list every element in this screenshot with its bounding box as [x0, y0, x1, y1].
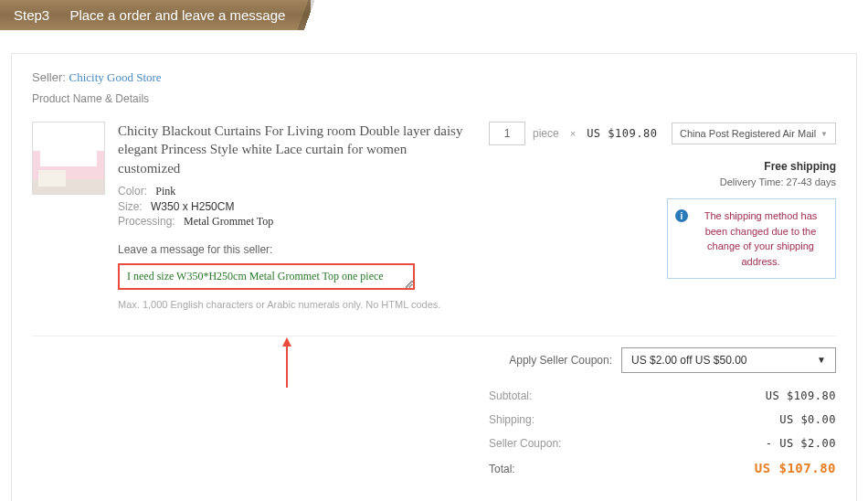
attr-color: Color: Pink [118, 185, 465, 198]
qty-price-row: piece × US $109.80 China Post Registered… [489, 122, 836, 145]
seller-link[interactable]: Chicity Good Store [69, 70, 161, 84]
chevron-down-icon: ▼ [820, 130, 828, 138]
order-summary: Apply Seller Coupon: US $2.00 off US $50… [32, 336, 836, 475]
summary-total: Total: US $107.80 [32, 461, 836, 475]
coupon-row: Apply Seller Coupon: US $2.00 off US $50… [32, 347, 836, 373]
multiply-symbol: × [570, 128, 576, 139]
right-column: piece × US $109.80 China Post Registered… [489, 122, 836, 310]
product-section: Chicity Blackout Curtains For Living roo… [32, 122, 836, 310]
coupon-selected: US $2.00 off US $50.00 [631, 354, 747, 367]
product-details-label: Product Name & Details [32, 92, 836, 105]
coupon-label: Apply Seller Coupon: [509, 354, 612, 367]
shipping-notice-text: The shipping method has been changed due… [695, 208, 826, 269]
shipping-notice: i The shipping method has been changed d… [667, 198, 836, 279]
step-number: Step3 [14, 7, 49, 23]
seller-row: Seller: Chicity Good Store [32, 70, 836, 85]
coupon-select[interactable]: US $2.00 off US $50.00 ▼ [621, 347, 836, 373]
product-title[interactable]: Chicity Blackout Curtains For Living roo… [118, 122, 465, 177]
product-details: Chicity Blackout Curtains For Living roo… [118, 122, 465, 310]
chevron-down-icon: ▼ [817, 355, 826, 365]
step-title: Place a order and leave a message [69, 7, 285, 23]
annotation-arrow [286, 337, 288, 388]
message-textarea[interactable]: I need size W350*H250cm Metal Grommet To… [118, 263, 415, 290]
message-section: Leave a message for this seller: I need … [118, 243, 465, 310]
message-hint: Max. 1,000 English characters or Arabic … [118, 299, 465, 310]
info-icon: i [675, 209, 688, 222]
seller-label: Seller: [32, 70, 66, 84]
shipping-method-select[interactable]: China Post Registered Air Mail ▼ [672, 123, 836, 144]
quantity-input[interactable] [489, 122, 525, 145]
delivery-time: Delivery Time: 27-43 days [489, 176, 836, 187]
product-thumbnail[interactable] [32, 122, 105, 195]
attr-size: Size: W350 x H250CM [118, 200, 465, 213]
step-banner: Step3 Place a order and leave a message [0, 0, 868, 30]
shipping-method-selected: China Post Registered Air Mail [680, 128, 816, 139]
order-container: Seller: Chicity Good Store Product Name … [11, 53, 857, 501]
line-price: US $109.80 [587, 127, 657, 140]
message-label: Leave a message for this seller: [118, 243, 465, 256]
summary-coupon: Seller Coupon: - US $2.00 [32, 437, 836, 450]
summary-subtotal: Subtotal: US $109.80 [32, 389, 836, 402]
attr-processing: Processing: Metal Grommet Top [118, 215, 465, 229]
quantity-unit: piece [533, 127, 559, 140]
summary-shipping: Shipping: US $0.00 [32, 413, 836, 426]
free-shipping-label: Free shipping [489, 160, 836, 173]
